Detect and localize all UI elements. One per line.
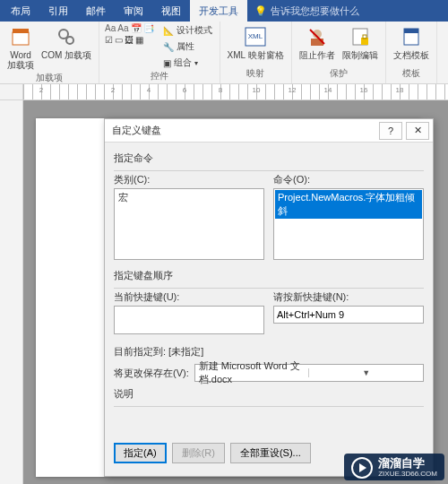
close-button[interactable]: ✕ [406,122,429,140]
assign-button[interactable]: 指定(A) [114,443,167,463]
gears-icon [54,25,79,48]
restrict-editing-button[interactable]: 限制编辑 [340,23,380,62]
category-item-macro[interactable]: 宏 [116,190,263,205]
tab-review[interactable]: 审阅 [115,0,152,22]
svg-rect-0 [13,32,29,45]
lightbulb-icon: 💡 [254,5,267,17]
properties-icon: 🔧 [163,42,174,52]
word-addins-label: Word 加载项 [7,50,34,70]
vertical-ruler[interactable] [0,100,23,484]
category-label: 类别(C): [114,173,264,186]
group-addins: Word 加载项 COM 加载项 加载项 [0,22,99,83]
com-addins-button[interactable]: COM 加载项 [39,23,93,62]
current-keys-label: 当前快捷键(U): [114,290,264,304]
xml-icon: XML [243,25,268,48]
save-in-select[interactable]: 新建 Microsoft Word 文档.docx ▼ [194,364,424,382]
group-controls: Aa Aa 📅 📑 ☑ ▭ 🖼 ▦ 📐设计模式 🔧属性 ▣组合▾ 控件 [99,22,220,83]
control-dropdown-icon[interactable]: ▭ [115,35,123,45]
specify-command-label: 指定命令 [114,151,424,165]
ribbon-body: Word 加载项 COM 加载项 加载项 Aa Aa 📅 📑 ☑ ▭ [0,22,448,84]
group-mapping: XML XML 映射窗格 映射 [220,22,292,83]
remove-button[interactable]: 删除(R) [172,443,225,463]
design-mode-button[interactable]: 📐设计模式 [161,23,214,38]
group-protect: 阻止作者 限制编辑 保护 [292,22,386,83]
tab-mailings[interactable]: 邮件 [77,0,115,22]
control-aa2-icon[interactable]: Aa [117,23,128,33]
group-controls-label: 控件 [105,70,213,84]
restrict-editing-label: 限制编辑 [342,50,378,60]
category-listbox[interactable]: 宏 [114,188,264,260]
group-template-label: 模板 [392,67,431,82]
control-pic-icon[interactable]: 🖼 [125,35,134,45]
ruler-corner [0,84,23,100]
chevron-down-icon: ▾ [194,59,198,67]
customize-keyboard-dialog: 自定义键盘 ? ✕ 指定命令 类别(C): 宏 命令(O): Project.N… [104,118,434,477]
control-legacy-icon[interactable]: ▦ [135,35,143,45]
svg-point-3 [66,37,73,44]
separator [114,406,424,407]
tab-references[interactable]: 引用 [39,0,77,22]
xml-mapping-label: XML 映射窗格 [228,50,284,60]
doc-template-button[interactable]: 文档模板 [392,23,431,62]
design-mode-icon: 📐 [163,26,174,36]
dialog-title: 自定义键盘 [112,124,161,137]
command-listbox[interactable]: Project.NewMacros.字体加粗倾斜 [273,188,424,260]
watermark-name: 溜溜自学 [378,457,437,470]
dialog-titlebar: 自定义键盘 ? ✕ [105,119,433,143]
svg-text:XML: XML [248,32,263,40]
separator [114,170,424,171]
ribbon-tabs: 布局 引用 邮件 审阅 视图 开发工具 💡 告诉我您想要做什么 [0,0,448,22]
tell-me-text: 告诉我您想要做什么 [271,4,359,18]
svg-rect-13 [404,29,418,33]
com-addins-label: COM 加载项 [41,50,91,60]
control-aa-icon[interactable]: Aa [105,23,116,33]
tab-developer[interactable]: 开发工具 [190,0,247,22]
command-item-selected[interactable]: Project.NewMacros.字体加粗倾斜 [275,190,422,219]
svg-rect-1 [13,29,29,33]
tab-view[interactable]: 视图 [152,0,190,22]
chevron-down-icon[interactable]: ▼ [308,368,423,377]
separator [114,288,424,289]
control-combo-icon[interactable]: 📑 [143,23,154,33]
word-addins-button[interactable]: Word 加载项 [5,23,36,72]
block-authors-button[interactable]: 阻止作者 [297,23,337,62]
template-icon [399,25,424,48]
new-key-label: 请按新快捷键(N): [273,290,424,304]
block-authors-label: 阻止作者 [299,50,335,60]
tab-layout[interactable]: 布局 [2,0,39,22]
assigned-to-text: 目前指定到: [未指定] [114,345,424,359]
group-protect-label: 保护 [297,67,380,82]
xml-mapping-button[interactable]: XML XML 映射窗格 [226,23,286,62]
group-button[interactable]: ▣组合▾ [161,56,214,70]
doc-template-label: 文档模板 [393,50,429,60]
description-label: 说明 [114,387,424,401]
properties-button[interactable]: 🔧属性 [161,39,214,54]
ruler-numbers: 224681012141618 [23,86,418,94]
block-author-icon [305,25,330,48]
store-icon [8,25,33,48]
current-keys-listbox[interactable] [114,306,264,334]
watermark-url: ZIXUE.3D66.COM [378,471,437,479]
description-area [114,409,424,430]
save-in-value: 新建 Microsoft Word 文档.docx [195,359,309,386]
control-date-icon[interactable]: 📅 [131,23,142,33]
lock-icon [348,25,373,48]
group-template: 文档模板 模板 [386,22,437,83]
reset-all-button[interactable]: 全部重设(S)... [230,443,311,463]
command-label: 命令(O): [273,173,424,186]
group-icon: ▣ [163,58,171,68]
new-key-input[interactable] [273,306,424,324]
group-mapping-label: 映射 [226,67,286,82]
horizontal-ruler[interactable]: 224681012141618 [0,84,448,100]
save-in-label: 将更改保存在(V): [114,367,189,380]
control-check-icon[interactable]: ☑ [105,35,113,45]
help-button[interactable]: ? [379,122,402,140]
play-icon [351,457,373,479]
watermark-logo: 溜溜自学 ZIXUE.3D66.COM [344,454,444,480]
tell-me-search[interactable]: 💡 告诉我您想要做什么 [254,4,359,18]
key-sequence-label: 指定键盘顺序 [114,269,424,282]
